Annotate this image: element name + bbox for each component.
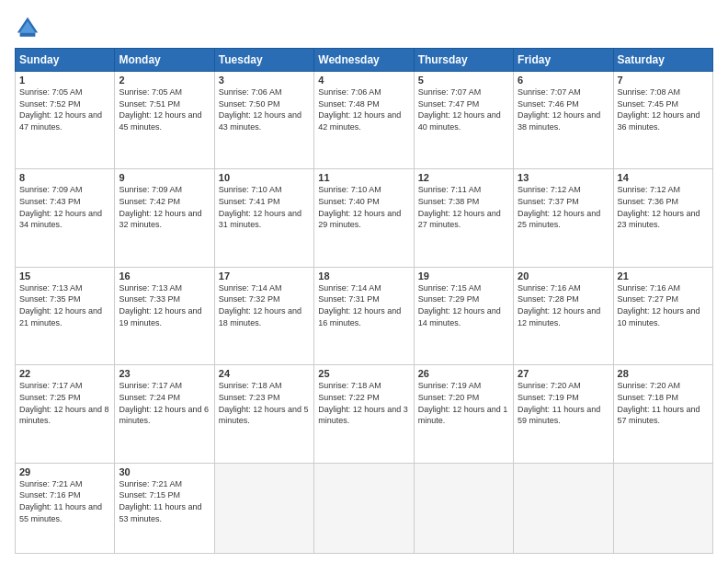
day-number: 30 bbox=[119, 466, 210, 477]
calendar-week-3: 15Sunrise: 7:13 AM Sunset: 7:35 PM Dayli… bbox=[16, 267, 713, 364]
day-number: 5 bbox=[418, 75, 509, 86]
calendar-cell bbox=[314, 463, 414, 553]
day-number: 28 bbox=[618, 368, 709, 379]
calendar-cell: 10Sunrise: 7:10 AM Sunset: 7:41 PM Dayli… bbox=[214, 169, 313, 267]
calendar-cell: 25Sunrise: 7:18 AM Sunset: 7:22 PM Dayli… bbox=[314, 365, 414, 463]
day-number: 26 bbox=[418, 368, 509, 379]
day-info: Sunrise: 7:16 AM Sunset: 7:28 PM Dayligh… bbox=[518, 282, 609, 328]
calendar-cell: 9Sunrise: 7:09 AM Sunset: 7:42 PM Daylig… bbox=[115, 169, 214, 267]
calendar-cell: 1Sunrise: 7:05 AM Sunset: 7:52 PM Daylig… bbox=[16, 72, 115, 169]
day-number: 7 bbox=[618, 75, 709, 86]
day-info: Sunrise: 7:06 AM Sunset: 7:50 PM Dayligh… bbox=[219, 86, 310, 132]
day-info: Sunrise: 7:05 AM Sunset: 7:51 PM Dayligh… bbox=[119, 86, 210, 132]
calendar-cell bbox=[214, 463, 313, 553]
day-info: Sunrise: 7:09 AM Sunset: 7:43 PM Dayligh… bbox=[19, 184, 110, 230]
day-info: Sunrise: 7:18 AM Sunset: 7:22 PM Dayligh… bbox=[318, 380, 409, 426]
calendar-cell: 14Sunrise: 7:12 AM Sunset: 7:36 PM Dayli… bbox=[613, 169, 712, 267]
day-info: Sunrise: 7:06 AM Sunset: 7:48 PM Dayligh… bbox=[318, 86, 409, 132]
weekday-header-friday: Friday bbox=[514, 49, 613, 72]
day-number: 22 bbox=[19, 368, 110, 379]
calendar-cell: 29Sunrise: 7:21 AM Sunset: 7:16 PM Dayli… bbox=[16, 463, 115, 553]
calendar-cell: 15Sunrise: 7:13 AM Sunset: 7:35 PM Dayli… bbox=[16, 267, 115, 364]
calendar-cell: 27Sunrise: 7:20 AM Sunset: 7:19 PM Dayli… bbox=[514, 365, 613, 463]
calendar-cell: 28Sunrise: 7:20 AM Sunset: 7:18 PM Dayli… bbox=[613, 365, 712, 463]
day-number: 25 bbox=[318, 368, 409, 379]
calendar-week-1: 1Sunrise: 7:05 AM Sunset: 7:52 PM Daylig… bbox=[16, 72, 713, 169]
header bbox=[15, 15, 713, 40]
calendar-cell: 17Sunrise: 7:14 AM Sunset: 7:32 PM Dayli… bbox=[214, 267, 313, 364]
calendar-week-2: 8Sunrise: 7:09 AM Sunset: 7:43 PM Daylig… bbox=[16, 169, 713, 267]
day-info: Sunrise: 7:12 AM Sunset: 7:36 PM Dayligh… bbox=[618, 184, 709, 230]
calendar-cell: 20Sunrise: 7:16 AM Sunset: 7:28 PM Dayli… bbox=[514, 267, 613, 364]
weekday-header-row: SundayMondayTuesdayWednesdayThursdayFrid… bbox=[16, 49, 713, 72]
day-info: Sunrise: 7:15 AM Sunset: 7:29 PM Dayligh… bbox=[418, 282, 509, 328]
calendar-cell: 19Sunrise: 7:15 AM Sunset: 7:29 PM Dayli… bbox=[414, 267, 513, 364]
calendar-cell: 30Sunrise: 7:21 AM Sunset: 7:15 PM Dayli… bbox=[115, 463, 214, 553]
day-info: Sunrise: 7:10 AM Sunset: 7:40 PM Dayligh… bbox=[318, 184, 409, 230]
day-info: Sunrise: 7:17 AM Sunset: 7:25 PM Dayligh… bbox=[19, 380, 110, 426]
calendar-cell: 5Sunrise: 7:07 AM Sunset: 7:47 PM Daylig… bbox=[414, 72, 513, 169]
day-info: Sunrise: 7:10 AM Sunset: 7:41 PM Dayligh… bbox=[219, 184, 310, 230]
calendar-cell bbox=[514, 463, 613, 553]
weekday-header-saturday: Saturday bbox=[613, 49, 712, 72]
day-info: Sunrise: 7:18 AM Sunset: 7:23 PM Dayligh… bbox=[219, 380, 310, 426]
day-number: 4 bbox=[318, 75, 409, 86]
day-info: Sunrise: 7:14 AM Sunset: 7:32 PM Dayligh… bbox=[219, 282, 310, 328]
day-info: Sunrise: 7:20 AM Sunset: 7:19 PM Dayligh… bbox=[518, 380, 609, 426]
day-number: 10 bbox=[219, 172, 310, 183]
day-info: Sunrise: 7:13 AM Sunset: 7:33 PM Dayligh… bbox=[119, 282, 210, 328]
day-info: Sunrise: 7:17 AM Sunset: 7:24 PM Dayligh… bbox=[119, 380, 210, 426]
day-number: 15 bbox=[19, 270, 110, 282]
day-info: Sunrise: 7:11 AM Sunset: 7:38 PM Dayligh… bbox=[418, 184, 509, 230]
weekday-header-monday: Monday bbox=[115, 49, 214, 72]
day-number: 24 bbox=[219, 368, 310, 379]
page: SundayMondayTuesdayWednesdayThursdayFrid… bbox=[0, 0, 728, 563]
day-info: Sunrise: 7:07 AM Sunset: 7:46 PM Dayligh… bbox=[518, 86, 609, 132]
day-number: 16 bbox=[119, 270, 210, 282]
calendar-cell: 12Sunrise: 7:11 AM Sunset: 7:38 PM Dayli… bbox=[414, 169, 513, 267]
calendar-cell: 21Sunrise: 7:16 AM Sunset: 7:27 PM Dayli… bbox=[613, 267, 712, 364]
calendar-cell: 8Sunrise: 7:09 AM Sunset: 7:43 PM Daylig… bbox=[16, 169, 115, 267]
day-number: 27 bbox=[518, 368, 609, 379]
weekday-header-thursday: Thursday bbox=[414, 49, 513, 72]
calendar-cell: 3Sunrise: 7:06 AM Sunset: 7:50 PM Daylig… bbox=[214, 72, 313, 169]
calendar-cell: 24Sunrise: 7:18 AM Sunset: 7:23 PM Dayli… bbox=[214, 365, 313, 463]
day-number: 21 bbox=[618, 270, 709, 282]
day-number: 1 bbox=[19, 75, 110, 86]
day-number: 19 bbox=[418, 270, 509, 282]
day-info: Sunrise: 7:12 AM Sunset: 7:37 PM Dayligh… bbox=[518, 184, 609, 230]
weekday-header-sunday: Sunday bbox=[16, 49, 115, 72]
calendar-cell: 13Sunrise: 7:12 AM Sunset: 7:37 PM Dayli… bbox=[514, 169, 613, 267]
day-number: 8 bbox=[19, 172, 110, 183]
day-number: 13 bbox=[518, 172, 609, 183]
weekday-header-tuesday: Tuesday bbox=[214, 49, 313, 72]
day-number: 3 bbox=[219, 75, 310, 86]
day-number: 9 bbox=[119, 172, 210, 183]
logo bbox=[15, 15, 44, 40]
day-info: Sunrise: 7:20 AM Sunset: 7:18 PM Dayligh… bbox=[618, 380, 709, 426]
day-info: Sunrise: 7:21 AM Sunset: 7:16 PM Dayligh… bbox=[19, 478, 110, 524]
calendar-cell: 18Sunrise: 7:14 AM Sunset: 7:31 PM Dayli… bbox=[314, 267, 414, 364]
svg-rect-2 bbox=[20, 33, 36, 37]
day-info: Sunrise: 7:16 AM Sunset: 7:27 PM Dayligh… bbox=[618, 282, 709, 328]
calendar-table: SundayMondayTuesdayWednesdayThursdayFrid… bbox=[15, 48, 713, 554]
day-number: 17 bbox=[219, 270, 310, 282]
day-info: Sunrise: 7:13 AM Sunset: 7:35 PM Dayligh… bbox=[19, 282, 110, 328]
day-number: 2 bbox=[119, 75, 210, 86]
day-number: 11 bbox=[318, 172, 409, 183]
day-number: 6 bbox=[518, 75, 609, 86]
day-number: 23 bbox=[119, 368, 210, 379]
day-number: 29 bbox=[19, 466, 110, 477]
day-info: Sunrise: 7:09 AM Sunset: 7:42 PM Dayligh… bbox=[119, 184, 210, 230]
calendar-cell: 16Sunrise: 7:13 AM Sunset: 7:33 PM Dayli… bbox=[115, 267, 214, 364]
logo-icon bbox=[15, 15, 40, 40]
day-info: Sunrise: 7:07 AM Sunset: 7:47 PM Dayligh… bbox=[418, 86, 509, 132]
calendar-week-5: 29Sunrise: 7:21 AM Sunset: 7:16 PM Dayli… bbox=[16, 463, 713, 553]
day-number: 18 bbox=[318, 270, 409, 282]
calendar-cell: 26Sunrise: 7:19 AM Sunset: 7:20 PM Dayli… bbox=[414, 365, 513, 463]
day-number: 12 bbox=[418, 172, 509, 183]
calendar-cell: 2Sunrise: 7:05 AM Sunset: 7:51 PM Daylig… bbox=[115, 72, 214, 169]
calendar-cell: 11Sunrise: 7:10 AM Sunset: 7:40 PM Dayli… bbox=[314, 169, 414, 267]
calendar-week-4: 22Sunrise: 7:17 AM Sunset: 7:25 PM Dayli… bbox=[16, 365, 713, 463]
calendar-cell bbox=[613, 463, 712, 553]
